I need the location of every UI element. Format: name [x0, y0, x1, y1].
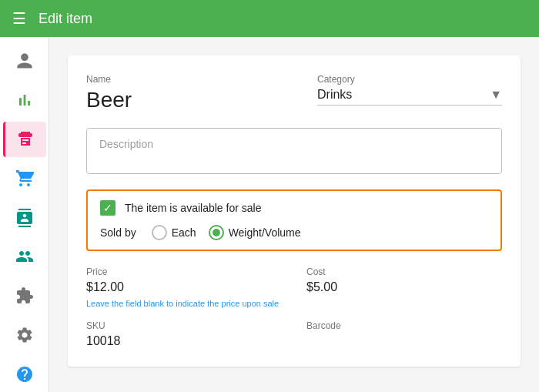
sidebar-item-cart[interactable]	[3, 160, 46, 196]
sidebar-item-plugins[interactable]	[3, 278, 46, 314]
sku-value: 10018	[86, 334, 282, 348]
radio-each[interactable]: Each	[152, 225, 196, 240]
page-title: Edit item	[38, 11, 92, 27]
description-field[interactable]: Description	[86, 128, 502, 174]
store-icon	[16, 130, 35, 149]
sku-barcode-row: SKU 10018 Barcode	[86, 320, 502, 348]
sold-by-label: Sold by	[100, 226, 136, 239]
category-value: Drinks	[317, 88, 490, 102]
sidebar-item-contacts[interactable]	[3, 199, 46, 236]
sidebar-item-settings[interactable]	[3, 317, 46, 353]
sidebar-item-analytics[interactable]	[3, 82, 46, 119]
sidebar-item-people[interactable]	[3, 239, 46, 275]
sidebar-item-help[interactable]	[3, 356, 46, 392]
settings-icon	[15, 326, 34, 344]
price-cost-row: Price $12.00 Cost $5.00	[86, 266, 502, 294]
people-icon	[15, 247, 34, 266]
description-placeholder: Description	[99, 138, 153, 150]
category-label: Category	[317, 74, 502, 85]
price-section: Price $12.00	[86, 266, 282, 294]
content-area: Name Beer Category Drinks ▼ Description	[49, 37, 539, 392]
available-checkbox[interactable]: ✓	[100, 200, 116, 216]
top-row: Name Beer Category Drinks ▼	[86, 74, 502, 112]
sidebar-item-store[interactable]	[3, 122, 46, 158]
analytics-icon	[15, 91, 34, 109]
available-for-sale-box: ✓ The item is available for sale Sold by…	[86, 189, 502, 251]
cost-label: Cost	[306, 266, 502, 277]
name-section: Name Beer	[86, 74, 293, 112]
account-icon	[15, 52, 34, 70]
chevron-down-icon: ▼	[490, 88, 502, 102]
radio-weight-circle	[209, 225, 224, 240]
available-label: The item is available for sale	[125, 202, 261, 214]
barcode-section: Barcode	[306, 320, 502, 348]
puzzle-icon	[15, 286, 34, 305]
name-label: Name	[86, 74, 293, 85]
item-name: Beer	[86, 88, 293, 112]
topbar: ☰ Edit item	[0, 0, 539, 37]
cart-icon	[15, 169, 34, 188]
radio-weight-label: Weight/Volume	[229, 226, 301, 239]
sku-label: SKU	[86, 320, 282, 331]
sidebar	[0, 37, 49, 392]
price-value: $12.00	[86, 280, 282, 294]
menu-icon[interactable]: ☰	[12, 9, 26, 28]
main-layout: Name Beer Category Drinks ▼ Description	[0, 37, 539, 392]
price-label: Price	[86, 266, 282, 277]
sku-section: SKU 10018	[86, 320, 282, 348]
radio-weight[interactable]: Weight/Volume	[209, 225, 301, 240]
sold-by-row: Sold by Each Weight/Volume	[100, 225, 488, 240]
barcode-label: Barcode	[306, 320, 502, 331]
price-hint: Leave the field blank to indicate the pr…	[86, 299, 502, 308]
category-select[interactable]: Drinks ▼	[317, 88, 502, 106]
sidebar-item-account[interactable]	[3, 43, 46, 79]
contacts-icon	[15, 209, 34, 227]
cost-value: $5.00	[306, 280, 502, 294]
help-icon	[15, 365, 34, 384]
radio-each-circle	[152, 225, 167, 240]
radio-each-label: Each	[172, 226, 196, 239]
available-row: ✓ The item is available for sale	[100, 200, 488, 216]
cost-section: Cost $5.00	[306, 266, 502, 294]
form-card: Name Beer Category Drinks ▼ Description	[68, 55, 521, 367]
category-section: Category Drinks ▼	[317, 74, 502, 106]
